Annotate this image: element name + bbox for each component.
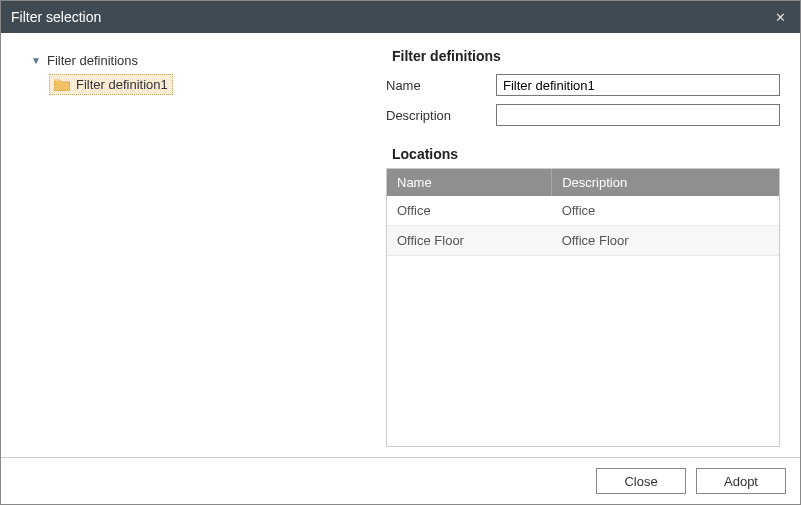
detail-pane: Filter definitions Name Description Loca… — [381, 33, 800, 457]
caret-down-icon: ▼ — [31, 55, 41, 66]
folder-icon — [54, 78, 70, 91]
close-icon[interactable]: ✕ — [771, 8, 790, 27]
description-input[interactable] — [496, 104, 780, 126]
cell-name: Office — [387, 196, 552, 226]
locations-heading: Locations — [392, 146, 780, 162]
name-row: Name — [386, 74, 780, 96]
tree-root-node[interactable]: ▼ Filter definitions — [31, 53, 371, 68]
description-label: Description — [386, 108, 496, 123]
tree-child-label: Filter definition1 — [76, 77, 168, 92]
table-row[interactable]: Office Office — [387, 196, 779, 226]
locations-table-wrap: Name Description Office Office Office Fl… — [386, 168, 780, 447]
col-description[interactable]: Description — [552, 169, 779, 196]
footer: Close Adopt — [1, 457, 800, 504]
dialog-title: Filter selection — [11, 9, 101, 25]
name-label: Name — [386, 78, 496, 93]
filter-selection-dialog: Filter selection ✕ ▼ Filter definitions … — [0, 0, 801, 505]
col-name[interactable]: Name — [387, 169, 552, 196]
table-row[interactable]: Office Floor Office Floor — [387, 226, 779, 256]
titlebar: Filter selection ✕ — [1, 1, 800, 33]
adopt-button[interactable]: Adopt — [696, 468, 786, 494]
content-area: ▼ Filter definitions Filter definition1 … — [1, 33, 800, 457]
locations-table: Name Description Office Office Office Fl… — [387, 169, 779, 256]
description-row: Description — [386, 104, 780, 126]
cell-description: Office — [552, 196, 779, 226]
close-button[interactable]: Close — [596, 468, 686, 494]
cell-description: Office Floor — [552, 226, 779, 256]
tree-root-label: Filter definitions — [47, 53, 138, 68]
cell-name: Office Floor — [387, 226, 552, 256]
detail-heading: Filter definitions — [392, 48, 780, 64]
tree-child-node[interactable]: Filter definition1 — [49, 74, 173, 95]
tree-pane: ▼ Filter definitions Filter definition1 — [1, 33, 381, 457]
name-input[interactable] — [496, 74, 780, 96]
